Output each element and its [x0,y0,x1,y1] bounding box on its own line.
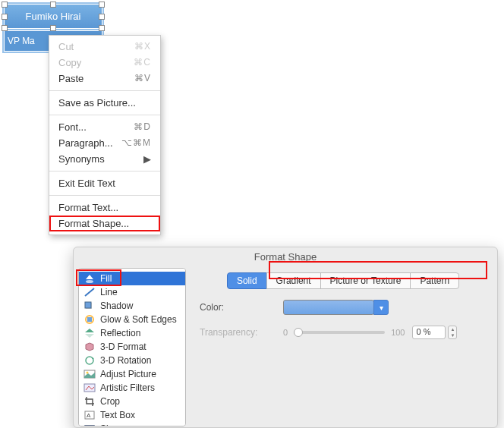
sidebar-item-reflection[interactable]: Reflection [79,326,185,340]
svg-point-6 [86,357,93,364]
context-menu: Cut ⌘X Copy ⌘C Paste ⌘V Save as Picture.… [49,35,161,235]
tab-pattern[interactable]: Pattern [410,272,459,289]
menu-item-font[interactable]: Font... ⌘D [49,119,160,135]
shadow-icon [83,301,96,311]
tab-gradient[interactable]: Gradient [266,272,321,289]
shape-name-text: Fumiko Hirai [26,11,81,22]
sidebar-item-adjust-picture[interactable]: Adjust Picture [79,367,185,381]
svg-rect-5 [87,317,92,322]
fill-icon [83,273,96,284]
color-label: Color: [200,302,283,313]
picture-icon [83,369,96,379]
menu-separator [49,195,160,196]
svg-point-0 [86,280,93,283]
menu-item-format-text[interactable]: Format Text... [49,200,160,216]
submenu-arrow-icon: ▶ [143,153,151,165]
filters-icon [83,382,96,393]
transparency-label: Transparency: [200,327,283,338]
resize-handle[interactable] [2,2,8,8]
fill-type-tabs: Solid Gradient Picture or Texture Patter… [227,272,459,289]
tab-solid[interactable]: Solid [227,272,267,289]
cube-icon [83,341,96,352]
menu-separator [49,171,160,172]
svg-line-1 [85,288,94,296]
svg-text:A: A [87,412,91,419]
rotation-icon [83,355,96,366]
shape-title-text: VP Ma [8,36,35,46]
resize-handle[interactable] [50,25,56,31]
dialog-title: Format Shape [74,247,497,265]
menu-item-format-shape[interactable]: Format Shape... [49,216,160,231]
resize-handle[interactable] [99,14,105,20]
menu-item-paste[interactable]: Paste ⌘V [49,71,160,87]
transparency-min: 0 [283,328,288,337]
sidebar-item-fill[interactable]: Fill [79,272,185,285]
menu-item-copy: Copy ⌘C [49,55,160,71]
sidebar-item-artistic-filters[interactable]: Artistic Filters [79,381,185,395]
shape-name-box[interactable]: Fumiko Hirai [5,5,102,28]
menu-separator [49,90,160,91]
color-well[interactable] [283,300,374,315]
sidebar-item-glow[interactable]: Glow & Soft Edges [79,313,185,326]
crop-icon [83,396,96,407]
resize-handle[interactable] [50,2,56,8]
sidebar-item-line[interactable]: Line [79,285,185,299]
menu-item-cut: Cut ⌘X [49,39,160,55]
sidebar-item-3d-rotation[interactable]: 3-D Rotation [79,354,185,367]
resize-handle[interactable] [2,14,8,20]
sidebar-item-size[interactable]: Size [79,422,185,426]
reflection-icon [83,328,96,338]
format-shape-dialog: Format Shape Fill Line Shadow Glow & Sof… [73,247,498,428]
sidebar-item-crop[interactable]: Crop [79,395,185,408]
menu-item-save-as-picture[interactable]: Save as Picture... [49,95,160,111]
transparency-max: 100 [391,328,405,337]
dialog-panel: Solid Gradient Picture or Texture Patter… [186,265,497,426]
transparency-slider[interactable] [294,331,385,334]
menu-item-exit-edit-text[interactable]: Exit Edit Text [49,175,160,191]
dialog-sidebar: Fill Line Shadow Glow & Soft Edges Refle… [78,268,186,426]
sidebar-item-text-box[interactable]: A Text Box [79,408,185,422]
glow-icon [83,314,96,325]
textbox-icon: A [83,410,96,420]
tab-picture-or-texture[interactable]: Picture or Texture [320,272,411,289]
svg-rect-12 [85,426,94,426]
sidebar-item-shadow[interactable]: Shadow [79,299,185,313]
color-dropdown-button[interactable]: ▾ [373,300,389,315]
line-icon [83,287,96,297]
resize-handle[interactable] [2,25,8,31]
menu-item-paragraph[interactable]: Paragraph... ⌥⌘M [49,135,160,151]
transparency-input[interactable]: 0 % [412,326,446,339]
transparency-stepper[interactable]: ▲▼ [448,326,457,339]
resize-handle[interactable] [99,25,105,31]
sidebar-item-3d-format[interactable]: 3-D Format [79,340,185,354]
size-icon [83,423,96,426]
slider-knob[interactable] [294,328,303,337]
svg-rect-3 [85,302,91,308]
menu-item-synonyms[interactable]: Synonyms ▶ [49,151,160,167]
resize-handle[interactable] [99,2,105,8]
menu-separator [49,115,160,115]
